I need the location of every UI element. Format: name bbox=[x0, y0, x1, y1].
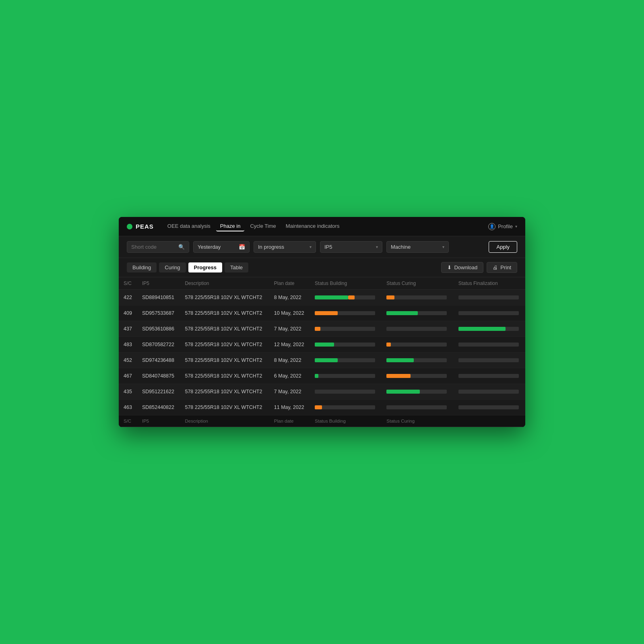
nav-maintenance[interactable]: Maintenance indicators bbox=[282, 221, 344, 231]
view-tabs: Building Curing Progress Table ⬇ Downloa… bbox=[119, 258, 525, 277]
search-input[interactable] bbox=[131, 244, 176, 250]
ip-dropdown[interactable]: IP5 ▾ bbox=[320, 241, 382, 253]
print-icon: 🖨 bbox=[493, 264, 498, 270]
cell-sc: 467 bbox=[119, 368, 137, 384]
col-status-curing: Status Curing bbox=[382, 277, 453, 290]
cell-status-curing bbox=[382, 400, 453, 415]
table-row: 435SD951221622578 225/55R18 102V XL WTCH… bbox=[119, 384, 525, 400]
profile-icon: 👤 bbox=[488, 223, 495, 230]
cell-status-building bbox=[310, 368, 382, 384]
print-button[interactable]: 🖨 Print bbox=[487, 262, 517, 273]
cell-status-curing bbox=[382, 368, 453, 384]
nav-phaze-in[interactable]: Phaze in bbox=[216, 221, 245, 231]
apply-button[interactable]: Apply bbox=[489, 241, 517, 253]
cell-status-curing bbox=[382, 353, 453, 368]
cell-sc: 483 bbox=[119, 337, 137, 353]
cell-status-building bbox=[310, 384, 382, 400]
tab-curing[interactable]: Curing bbox=[159, 262, 186, 272]
col-desc: Description bbox=[180, 277, 269, 290]
cell-status-finalization bbox=[454, 337, 525, 353]
cell-ip5: SD840748875 bbox=[137, 368, 180, 384]
cell-ip5: SD889410851 bbox=[137, 290, 180, 305]
cell-status-curing bbox=[382, 384, 453, 400]
col-sc: S/C bbox=[119, 277, 137, 290]
cell-desc: 578 225/55R18 102V XL WTCHT2 bbox=[180, 384, 269, 400]
tab-progress[interactable]: Progress bbox=[188, 262, 222, 272]
nav-oee[interactable]: OEE data analysis bbox=[163, 221, 215, 231]
footer-col-plan: Plan date bbox=[269, 415, 310, 427]
col-status-finalization: Status Finalization bbox=[454, 277, 525, 290]
cell-desc: 578 225/55R18 102V XL WTCHT2 bbox=[180, 368, 269, 384]
footer-col-building: Status Building bbox=[310, 415, 382, 427]
footer-col-desc: Description bbox=[180, 415, 269, 427]
cell-ip5: SD957533687 bbox=[137, 305, 180, 321]
cell-ip5: SD974236488 bbox=[137, 353, 180, 368]
status-chevron-icon: ▾ bbox=[310, 245, 312, 249]
date-value: Yesterday bbox=[198, 244, 221, 250]
cell-status-finalization bbox=[454, 305, 525, 321]
search-icon: 🔍 bbox=[178, 244, 185, 250]
cell-status-curing bbox=[382, 337, 453, 353]
action-buttons: ⬇ Download 🖨 Print bbox=[441, 262, 517, 273]
cell-plan-date: 6 May, 2022 bbox=[269, 368, 310, 384]
tab-building[interactable]: Building bbox=[127, 262, 157, 272]
nav-cycle-time[interactable]: Cycle Time bbox=[246, 221, 280, 231]
cell-sc: 463 bbox=[119, 400, 137, 415]
cell-status-finalization bbox=[454, 384, 525, 400]
cell-status-building bbox=[310, 305, 382, 321]
table-row: 463SD852440822578 225/55R18 102V XL WTCH… bbox=[119, 400, 525, 415]
cell-ip5: SD951221622 bbox=[137, 384, 180, 400]
ip-value: IP5 bbox=[324, 244, 332, 250]
cell-desc: 578 225/55R18 102V XL WTCHT2 bbox=[180, 400, 269, 415]
cell-status-curing bbox=[382, 321, 453, 337]
cell-status-building bbox=[310, 290, 382, 305]
machine-chevron-icon: ▾ bbox=[442, 245, 444, 249]
cell-status-building bbox=[310, 321, 382, 337]
cell-plan-date: 11 May, 2022 bbox=[269, 400, 310, 415]
tab-table[interactable]: Table bbox=[225, 262, 248, 272]
table-container: S/C IP5 Description Plan date Status Bui… bbox=[119, 277, 525, 427]
cell-plan-date: 8 May, 2022 bbox=[269, 353, 310, 368]
date-dropdown[interactable]: Yesterday 📅 bbox=[193, 241, 250, 253]
cell-desc: 578 225/55R18 102V XL WTCHT2 bbox=[180, 337, 269, 353]
footer-col-sc: S/C bbox=[119, 415, 137, 427]
cell-status-curing bbox=[382, 305, 453, 321]
footer-col-ip5: IP5 bbox=[137, 415, 180, 427]
search-input-wrap[interactable]: 🔍 bbox=[127, 241, 189, 253]
profile-label: Profile bbox=[498, 223, 513, 229]
logo-icon bbox=[127, 224, 132, 229]
cell-plan-date: 8 May, 2022 bbox=[269, 290, 310, 305]
cell-status-curing bbox=[382, 290, 453, 305]
cell-sc: 409 bbox=[119, 305, 137, 321]
ip-chevron-icon: ▾ bbox=[376, 245, 378, 249]
table-row: 422SD889410851578 225/55R18 102V XL WTCH… bbox=[119, 290, 525, 305]
cell-status-building bbox=[310, 400, 382, 415]
footer-col-curing: Status Curing bbox=[382, 415, 453, 427]
cell-status-finalization bbox=[454, 353, 525, 368]
download-icon: ⬇ bbox=[447, 264, 452, 270]
cell-plan-date: 7 May, 2022 bbox=[269, 321, 310, 337]
cell-status-finalization bbox=[454, 321, 525, 337]
cell-desc: 578 225/55R18 102V XL WTCHT2 bbox=[180, 290, 269, 305]
logo-area: PEAS bbox=[127, 223, 154, 230]
machine-dropdown[interactable]: Machine ▾ bbox=[386, 241, 449, 253]
table-row: 437SD953610886578 225/55R18 102V XL WTCH… bbox=[119, 321, 525, 337]
table-row: 409SD957533687578 225/55R18 102V XL WTCH… bbox=[119, 305, 525, 321]
toolbar: 🔍 Yesterday 📅 In progress ▾ IP5 ▾ Machin… bbox=[119, 236, 525, 258]
cell-sc: 435 bbox=[119, 384, 137, 400]
status-dropdown[interactable]: In progress ▾ bbox=[254, 241, 316, 253]
cell-plan-date: 10 May, 2022 bbox=[269, 305, 310, 321]
cell-sc: 452 bbox=[119, 353, 137, 368]
cell-desc: 578 225/55R18 102V XL WTCHT2 bbox=[180, 305, 269, 321]
cell-status-building bbox=[310, 337, 382, 353]
cell-ip5: SD953610886 bbox=[137, 321, 180, 337]
data-table: S/C IP5 Description Plan date Status Bui… bbox=[119, 277, 525, 427]
table-row: 467SD840748875578 225/55R18 102V XL WTCH… bbox=[119, 368, 525, 384]
download-button[interactable]: ⬇ Download bbox=[441, 262, 483, 273]
cell-status-finalization bbox=[454, 368, 525, 384]
cell-plan-date: 12 May, 2022 bbox=[269, 337, 310, 353]
calendar-icon: 📅 bbox=[239, 244, 245, 250]
col-status-building: Status Building bbox=[310, 277, 382, 290]
col-ip5: IP5 bbox=[137, 277, 180, 290]
profile-area[interactable]: 👤 Profile ▾ bbox=[488, 223, 517, 230]
